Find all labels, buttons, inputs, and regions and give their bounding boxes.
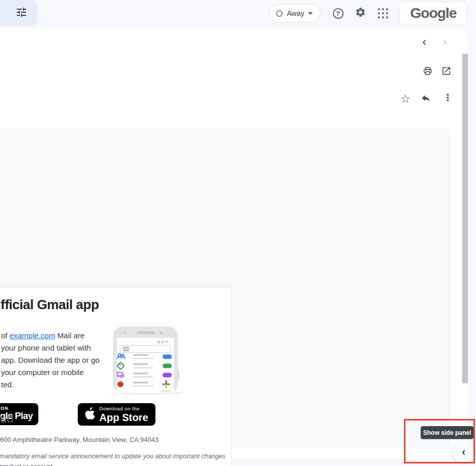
apple-icon [85, 407, 95, 422]
open-in-new-button[interactable] [441, 66, 451, 78]
show-side-panel-tooltip: Show side panel [421, 426, 473, 439]
body-line: your phone and tablet with [1, 342, 100, 354]
app-store-badge[interactable]: Download on the App Store [78, 403, 155, 426]
chevron-left-icon: ‹ [462, 447, 465, 458]
reply-button[interactable] [421, 93, 431, 105]
footer-legal-line: mandatory email service announcement to … [0, 453, 225, 460]
footer-address: 600 Amphitheatre Parkway, Mountain View,… [0, 436, 158, 444]
open-in-new-icon [441, 66, 451, 78]
status-label: Away [287, 9, 304, 17]
star-button[interactable]: ☆ [400, 92, 411, 106]
help-button[interactable]: ? [328, 3, 348, 24]
more-options-button[interactable]: ⋮ [443, 92, 452, 103]
chevron-down-icon [308, 12, 313, 15]
footer-legal-line: product or account. [0, 463, 54, 466]
print-button[interactable] [422, 66, 433, 79]
print-icon [422, 66, 433, 79]
newer-chevron-button[interactable]: ‹ [422, 35, 426, 49]
example-link[interactable]: example.com [10, 331, 55, 340]
apps-button[interactable] [373, 3, 393, 24]
gmail-window: Away ? Google ‹ › [0, 0, 476, 466]
email-heading: fficial Gmail app [1, 297, 99, 313]
gear-icon [355, 7, 366, 20]
search-filter-button[interactable] [0, 0, 37, 26]
tune-icon [15, 6, 28, 20]
appstore-badge-small-text: Download on the [99, 406, 148, 411]
status-circle-icon [276, 10, 283, 17]
body-line: ted. [1, 379, 100, 391]
email-body-backdrop: fficial Gmail app of example.com Mail ar… [0, 129, 451, 448]
phone-illustration [110, 324, 183, 398]
reply-icon [421, 93, 431, 105]
appstore-badge-big-text: App Store [99, 412, 148, 423]
apps-grid-icon [378, 8, 388, 18]
help-icon: ? [333, 8, 344, 19]
play-badge-small-text: ON [1, 406, 9, 411]
body-line: app. Download the app or go [1, 354, 100, 366]
older-chevron-button[interactable]: › [443, 35, 447, 49]
footer-brand-text: ud [0, 411, 14, 426]
settings-button[interactable] [350, 3, 371, 24]
google-logo: Google [399, 2, 467, 25]
scrollbar-thumb[interactable] [462, 54, 468, 383]
body-line: your computer or mobile [1, 366, 100, 379]
status-chip[interactable]: Away [269, 4, 321, 22]
mail-panel: ‹ › ☆ ⋮ [0, 28, 468, 458]
body-line: of example.com Mail are [1, 330, 100, 342]
email-body-text: of example.com Mail are your phone and t… [1, 330, 100, 391]
show-side-panel-button[interactable]: ‹ [452, 441, 475, 463]
google-logo-text: Google [410, 5, 456, 21]
